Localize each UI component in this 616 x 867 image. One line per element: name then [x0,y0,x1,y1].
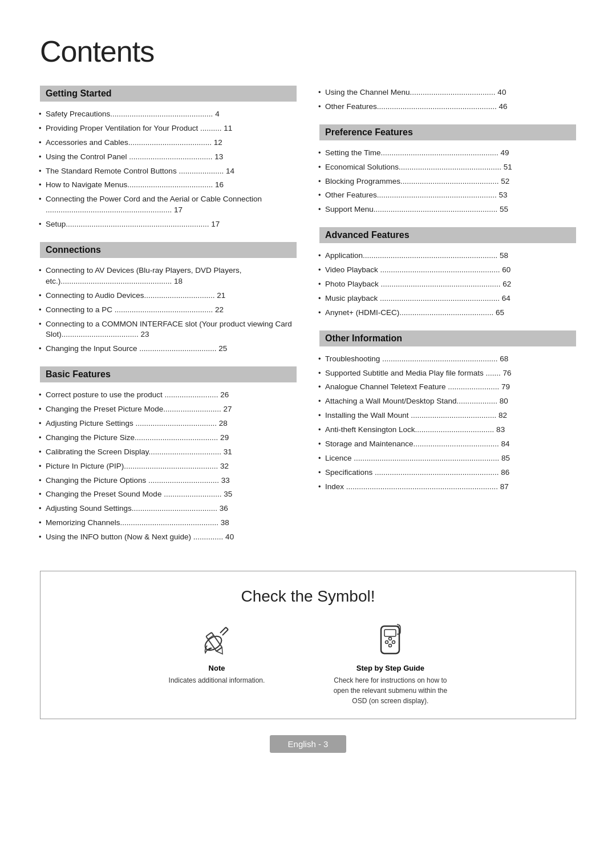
list-item: Specifications .........................… [319,466,576,480]
svg-line-3 [226,627,228,630]
toc-basic-features: Correct posture to use the product .....… [40,388,297,545]
symbol-section: Check the Symbol! [40,571,576,719]
svg-rect-8 [384,630,396,636]
guide-label: Step by Step Guide [356,664,424,672]
toc-advanced: Application.............................… [319,249,576,320]
list-item: Storage and Maintenance.................… [319,437,576,451]
list-item: Troubleshooting ........................… [319,352,576,366]
page: Contents Getting Started Safety Precauti… [0,0,616,867]
list-item: Calibrating the Screen Display..........… [40,445,297,459]
list-item: Support Menu............................… [319,203,576,217]
list-item: Picture In Picture (PIP)................… [40,459,297,474]
list-item: How to Navigate Menus...................… [40,178,297,192]
list-item: Safety Precautions......................… [40,107,297,122]
note-label: Note [209,664,225,672]
list-item: Setting the Time........................… [319,146,576,160]
page-title: Contents [40,34,576,68]
toc-other-info: Troubleshooting ........................… [319,352,576,494]
list-item: Changing the Picture Options ...........… [40,474,297,488]
list-item: Other Features..........................… [319,188,576,203]
list-item: Using the Control Panel ................… [40,150,297,164]
list-item: The Standard Remote Control Buttons ....… [40,164,297,179]
list-item: Adjusting Sound Settings................… [40,502,297,516]
guide-description: Check here for instructions on how to op… [333,675,447,706]
toc-getting-started: Safety Precautions......................… [40,107,297,232]
list-item: Anti-theft Kensington Lock..............… [319,423,576,437]
section-header-advanced: Advanced Features [319,227,576,243]
right-column: Using the Channel Menu..................… [319,86,576,548]
svg-rect-4 [206,632,222,651]
list-item: Licence ................................… [319,451,576,466]
list-item: Using the INFO button (Now & Next guide)… [40,530,297,545]
list-item: Connecting to AV Devices (Blu-ray Player… [40,264,297,289]
list-item: Changing the Preset Picture Mode........… [40,402,297,417]
list-item: Video Playback .........................… [319,263,576,277]
list-item: Analogue Channel Teletext Feature ......… [319,380,576,394]
list-item: Changing the Input Source ..............… [40,342,297,356]
list-item: Using the Channel Menu..................… [319,86,576,100]
svg-point-12 [389,644,392,647]
svg-marker-5 [216,647,225,656]
list-item: Index ..................................… [319,480,576,494]
note-description: Indicates additional information. [169,675,265,685]
footer-badge: English - 3 [270,735,347,753]
section-header-basic-features: Basic Features [40,366,297,382]
list-item: Supported Subtitle and Media Play file f… [319,366,576,381]
list-item: Economical Solutions....................… [319,160,576,175]
list-item: Attaching a Wall Mount/Desktop Stand....… [319,394,576,409]
list-item: Accessories and Cables..................… [40,136,297,150]
list-item: Anynet+ (HDMI-CEC)......................… [319,306,576,320]
list-item: Providing Proper Ventilation for Your Pr… [40,122,297,136]
left-column: Getting Started Safety Precautions......… [40,86,297,548]
svg-point-11 [389,638,392,640]
list-item: Connecting to Audio Devices.............… [40,289,297,303]
toc-connections: Connecting to AV Devices (Blu-ray Player… [40,264,297,356]
section-header-getting-started: Getting Started [40,86,297,102]
symbol-title: Check the Symbol! [63,587,553,606]
list-item: Setup...................................… [40,217,297,232]
list-item: Application.............................… [319,249,576,263]
section-header-preference: Preference Features [319,124,576,140]
toc-preference: Setting the Time........................… [319,146,576,217]
content-columns: Getting Started Safety Precautions......… [40,86,576,548]
list-item: Changing the Preset Sound Mode .........… [40,487,297,502]
list-item: Memorizing Channels.....................… [40,516,297,530]
note-icon [198,622,235,658]
list-item: Blocking Programmes.....................… [319,175,576,189]
list-item: Correct posture to use the product .....… [40,388,297,402]
list-item: Music playback .........................… [319,292,576,306]
section-header-other-info: Other Information [319,330,576,346]
symbol-guide: Step by Step Guide Check here for instru… [333,622,447,706]
list-item: Installing the Wall Mount ..............… [319,409,576,423]
symbol-note: Note Indicates additional information. [169,622,265,685]
list-item: Changing the Picture Size...............… [40,431,297,445]
footer: English - 3 [40,735,576,753]
svg-point-10 [392,641,395,644]
list-item: Connecting to a COMMON INTERFACE slot (Y… [40,317,297,342]
list-item: Other Features..........................… [319,100,576,114]
list-item: Connecting the Power Cord and the Aerial… [40,192,297,217]
list-item: Photo Playback .........................… [319,277,576,292]
section-header-connections: Connections [40,242,297,258]
guide-icon [372,622,408,658]
list-item: Adjusting Picture Settings .............… [40,417,297,431]
svg-point-9 [386,641,388,644]
toc-continuation: Using the Channel Menu..................… [319,86,576,114]
symbol-columns: Note Indicates additional information. [63,622,553,706]
list-item: Connecting to a PC .....................… [40,303,297,317]
